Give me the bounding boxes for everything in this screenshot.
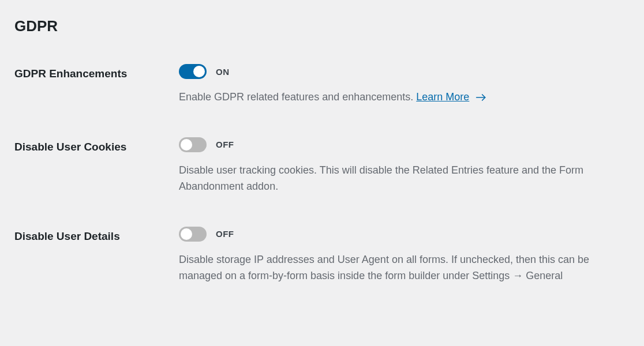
setting-control: OFF Disable storage IP addresses and Use… [179, 227, 630, 284]
toggle-state-label: OFF [216, 229, 234, 239]
setting-row-disable-user-details: Disable User Details OFF Disable storage… [14, 227, 630, 284]
setting-control: ON Enable GDPR related features and enha… [179, 64, 630, 106]
setting-description: Disable storage IP addresses and User Ag… [179, 252, 623, 284]
setting-label-disable-user-cookies: Disable User Cookies [14, 137, 179, 153]
description-text: Enable GDPR related features and enhance… [179, 91, 413, 103]
toggle-line: OFF [179, 137, 630, 152]
arrow-right-icon [475, 93, 487, 102]
toggle-line: OFF [179, 227, 630, 242]
setting-label-disable-user-details: Disable User Details [14, 227, 179, 243]
toggle-state-label: OFF [216, 140, 234, 149]
toggle-disable-user-details[interactable] [179, 227, 207, 242]
setting-label-gdpr-enhancements: GDPR Enhancements [14, 64, 179, 80]
learn-more-link[interactable]: Learn More [416, 91, 469, 103]
toggle-gdpr-enhancements[interactable] [179, 64, 207, 79]
toggle-state-label: ON [216, 67, 230, 77]
toggle-line: ON [179, 64, 630, 79]
setting-row-disable-user-cookies: Disable User Cookies OFF Disable user tr… [14, 137, 630, 195]
toggle-disable-user-cookies[interactable] [179, 137, 207, 152]
setting-row-gdpr-enhancements: GDPR Enhancements ON Enable GDPR related… [14, 64, 630, 106]
setting-description: Disable user tracking cookies. This will… [179, 163, 623, 195]
setting-control: OFF Disable user tracking cookies. This … [179, 137, 630, 195]
setting-description: Enable GDPR related features and enhance… [179, 89, 623, 106]
section-title: GDPR [14, 17, 630, 35]
